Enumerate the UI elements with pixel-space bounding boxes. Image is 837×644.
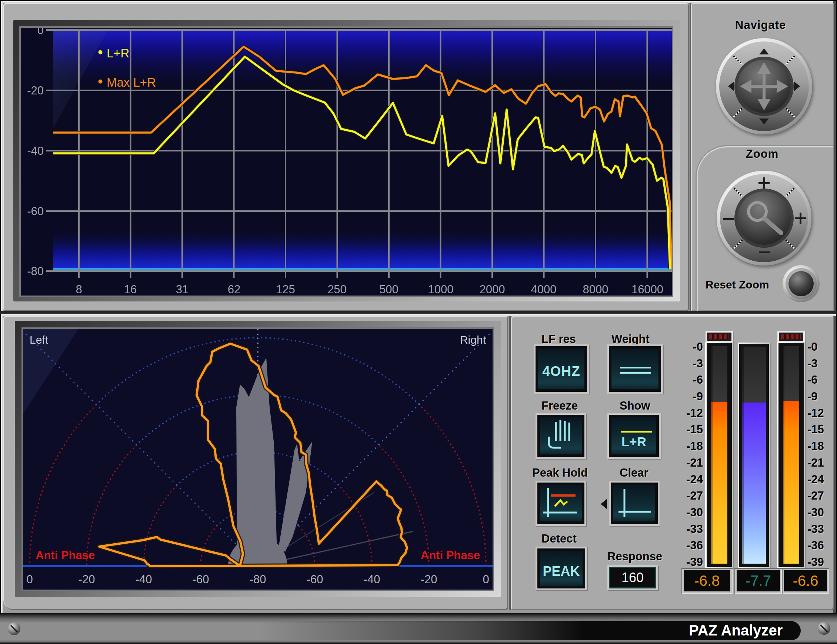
svg-text:-20: -20 xyxy=(27,84,44,97)
svg-text:0: 0 xyxy=(26,573,33,586)
svg-text:-80: -80 xyxy=(27,265,44,278)
svg-text:0: 0 xyxy=(483,573,489,586)
svg-text:-60: -60 xyxy=(193,573,209,586)
svg-text:-20: -20 xyxy=(79,573,95,586)
svg-text:1000: 1000 xyxy=(428,283,454,295)
svg-text:4000: 4000 xyxy=(531,283,556,295)
svg-text:L+R: L+R xyxy=(107,46,129,60)
svg-text:Left: Left xyxy=(30,334,49,346)
svg-text:-40: -40 xyxy=(27,144,44,157)
svg-text:-60: -60 xyxy=(27,205,44,218)
svg-text:0: 0 xyxy=(38,28,44,37)
svg-text:2000: 2000 xyxy=(479,283,505,295)
svg-text:-40: -40 xyxy=(136,573,152,586)
svg-text:250: 250 xyxy=(327,283,347,295)
svg-text:Anti Phase: Anti Phase xyxy=(36,549,95,562)
svg-text:16000: 16000 xyxy=(632,283,663,295)
svg-text:16: 16 xyxy=(124,283,137,295)
svg-text:500: 500 xyxy=(379,283,399,295)
svg-text:8: 8 xyxy=(75,283,82,295)
svg-text:125: 125 xyxy=(276,283,295,295)
svg-text:8000: 8000 xyxy=(583,283,609,295)
svg-text:Max L+R: Max L+R xyxy=(107,75,156,89)
svg-text:-20: -20 xyxy=(421,573,437,586)
svg-text:-80: -80 xyxy=(249,573,266,586)
svg-text:Anti Phase: Anti Phase xyxy=(421,549,480,562)
svg-text:31: 31 xyxy=(176,283,189,295)
svg-text:Right: Right xyxy=(460,334,486,346)
svg-text:62: 62 xyxy=(228,283,240,295)
svg-text:-60: -60 xyxy=(307,573,323,586)
svg-text:-40: -40 xyxy=(364,573,380,586)
